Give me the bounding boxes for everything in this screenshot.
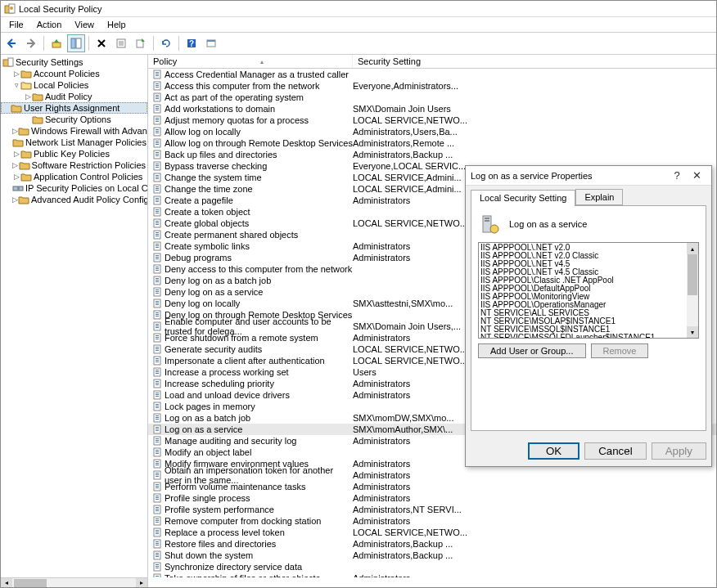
scroll-down-icon[interactable]: ▾ — [687, 326, 698, 338]
policy-row[interactable]: Access this computer from the networkEve… — [148, 80, 716, 92]
scroll-thumb[interactable] — [14, 579, 47, 587]
tree-item-label: Application Control Policies — [34, 172, 142, 182]
expander-icon[interactable]: ▷ — [12, 195, 18, 204]
policy-row[interactable]: Profile single processAdministrators — [148, 492, 716, 504]
svg-rect-33 — [156, 106, 159, 107]
svg-rect-115 — [156, 339, 159, 339]
expander-icon[interactable]: ▷ — [12, 150, 20, 158]
policy-row[interactable]: Obtain an impersonation token for anothe… — [148, 469, 716, 481]
expander-icon[interactable]: ▷ — [12, 70, 20, 78]
principal-item[interactable]: NT SERVICE\MSSQLFDLauncher$INSTANCE1 — [480, 334, 685, 339]
tree-item[interactable]: ▷Advanced Audit Policy Configuration — [1, 194, 147, 205]
dialog-help-button[interactable]: ? — [667, 169, 687, 182]
tree-item[interactable]: ▷Software Restriction Policies — [1, 159, 147, 171]
listbox-scrollbar[interactable]: ▴ ▾ — [687, 243, 698, 338]
tab-explain[interactable]: Explain — [575, 189, 623, 205]
policy-row[interactable]: Synchronize directory service data — [148, 561, 716, 572]
policy-row[interactable]: Remove computer from docking stationAdmi… — [148, 515, 716, 527]
tree-root[interactable]: Security Settings — [1, 56, 147, 68]
forward-button[interactable] — [22, 34, 40, 52]
policy-icon — [151, 172, 163, 183]
principals-listbox[interactable]: IIS APPPOOL\.NET v2.0IIS APPPOOL\.NET v2… — [478, 242, 699, 339]
policy-name: Load and unload device drivers — [165, 390, 290, 400]
menu-view[interactable]: View — [68, 19, 101, 30]
svg-rect-165 — [156, 484, 159, 485]
tab-local-security-setting[interactable]: Local Security Setting — [471, 190, 575, 206]
policy-row[interactable]: Back up files and directoriesAdministrat… — [148, 149, 716, 160]
scroll-right-icon[interactable]: ▸ — [136, 578, 147, 588]
policy-row[interactable]: Add workstations to domainSMX\Domain Joi… — [148, 103, 716, 114]
policy-icon — [151, 572, 163, 577]
properties-button[interactable] — [112, 34, 130, 52]
tree-item[interactable]: ▷Audit Policy — [1, 91, 147, 102]
menu-file[interactable]: File — [2, 19, 30, 30]
tree-item[interactable]: ▿Local Policies — [1, 79, 147, 91]
show-tree-button[interactable] — [67, 34, 85, 52]
tree-item[interactable]: User Rights Assignment — [1, 102, 147, 114]
policy-name: Profile single process — [165, 493, 250, 503]
policy-setting: SMX\Domain Join Users — [353, 104, 716, 114]
menu-help[interactable]: Help — [101, 19, 133, 30]
tree-item[interactable]: Security Options — [1, 114, 147, 125]
policy-icon — [151, 401, 163, 412]
column-setting[interactable]: Security Setting — [353, 55, 716, 68]
expander-icon[interactable]: ▷ — [12, 173, 20, 181]
window-button[interactable] — [202, 34, 220, 52]
dialog-close-button[interactable]: ✕ — [687, 169, 706, 182]
refresh-button[interactable] — [157, 34, 175, 52]
dialog-titlebar[interactable]: Log on as a service Properties ? ✕ — [466, 166, 711, 186]
policy-row[interactable]: Take ownership of files or other objects… — [148, 572, 716, 577]
back-button[interactable] — [2, 34, 20, 52]
expander-icon[interactable]: ▷ — [12, 127, 18, 135]
policy-row[interactable]: Allow log on through Remote Desktop Serv… — [148, 137, 716, 149]
expander-icon[interactable]: ▿ — [12, 81, 20, 89]
expander-icon[interactable]: ▷ — [12, 161, 19, 169]
policy-row[interactable]: Allow log on locallyAdministrators,Users… — [148, 126, 716, 137]
cancel-button[interactable]: Cancel — [584, 442, 647, 460]
tree-h-scrollbar[interactable]: ◂ ▸ — [1, 577, 148, 587]
tree-item[interactable]: Network List Manager Policies — [1, 137, 147, 148]
help-button[interactable]: ? — [183, 34, 201, 52]
delete-button[interactable] — [92, 34, 110, 52]
tree-item[interactable]: IP Security Policies on Local Compute — [1, 182, 147, 194]
tree-item[interactable]: ▷Windows Firewall with Advanced Sec — [1, 125, 147, 137]
column-policy[interactable]: Policy ▴ — [148, 55, 353, 68]
svg-rect-167 — [156, 487, 159, 488]
policy-name: Impersonate a client after authenticatio… — [165, 356, 325, 366]
svg-rect-31 — [156, 98, 159, 99]
policy-row[interactable]: Restore files and directoriesAdministrat… — [148, 538, 716, 550]
up-button[interactable] — [47, 34, 65, 52]
policy-name: Bypass traverse checking — [165, 161, 267, 171]
svg-rect-26 — [156, 85, 159, 86]
policy-row[interactable]: Perform volume maintenance tasksAdminist… — [148, 481, 716, 492]
policy-row[interactable]: Access Credential Manager as a trusted c… — [148, 69, 716, 80]
menu-action[interactable]: Action — [30, 19, 69, 30]
policy-row[interactable]: Adjust memory quotas for a processLOCAL … — [148, 114, 716, 126]
scroll-left-icon[interactable]: ◂ — [1, 578, 12, 588]
policy-row[interactable]: Replace a process level tokenLOCAL SERVI… — [148, 527, 716, 538]
tree-item[interactable]: ▷Application Control Policies — [1, 171, 147, 182]
svg-rect-137 — [156, 404, 159, 405]
svg-rect-77 — [156, 232, 159, 233]
tree-pane[interactable]: Security Settings ▷Account Policies▿Loca… — [1, 55, 148, 577]
policy-setting: Everyone,Administrators... — [353, 81, 716, 91]
policy-row[interactable]: Act as part of the operating system — [148, 92, 716, 103]
expander-icon[interactable]: ▷ — [24, 92, 32, 101]
add-user-button[interactable]: Add User or Group... — [478, 343, 586, 358]
scroll-thumb[interactable] — [688, 254, 697, 295]
policy-row[interactable]: Shut down the systemAdministrators,Backu… — [148, 550, 716, 561]
ok-button[interactable]: OK — [528, 442, 579, 460]
policy-row[interactable]: Profile system performanceAdministrators… — [148, 504, 716, 515]
tree-item[interactable]: ▷Public Key Policies — [1, 148, 147, 159]
remove-button[interactable]: Remove — [591, 343, 649, 358]
svg-rect-85 — [156, 255, 159, 256]
list-header: Policy ▴ Security Setting — [148, 55, 716, 69]
svg-rect-125 — [156, 370, 159, 370]
folder-icon — [20, 80, 32, 90]
policy-name: Deny log on as a batch job — [165, 276, 271, 285]
tree-item[interactable]: ▷Account Policies — [1, 68, 147, 79]
scroll-up-icon[interactable]: ▴ — [687, 243, 698, 254]
apply-button[interactable]: Apply — [652, 442, 706, 460]
export-button[interactable] — [132, 34, 150, 52]
policy-icon — [151, 355, 163, 366]
